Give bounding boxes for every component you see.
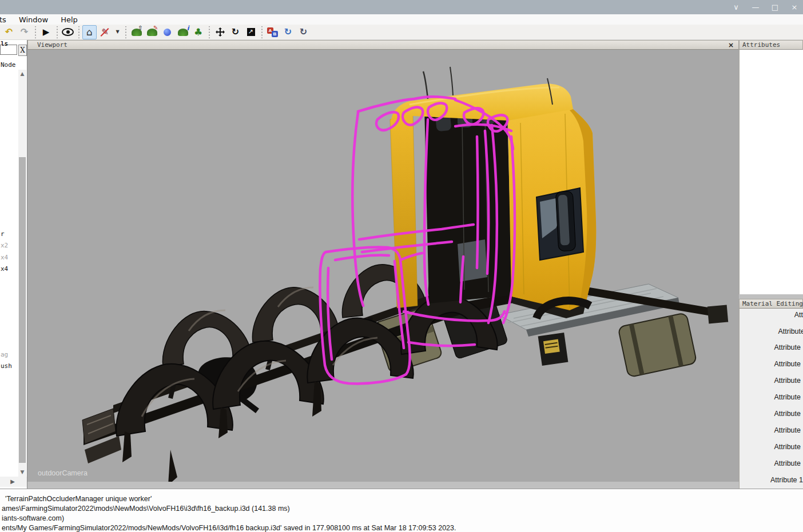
log-console: 'TerrainPatchOccluderManager unique work… [0, 489, 803, 532]
viewport-3d-canvas[interactable]: outdoorCamera [27, 50, 739, 482]
fuel-tank-right [618, 313, 697, 377]
chevron-down-icon[interactable]: ∨ [731, 0, 741, 14]
toolbar-separator [77, 26, 81, 38]
reload-icon: ↻ [284, 27, 292, 37]
tree-item[interactable]: ls [1, 40, 8, 47]
window-controls: ∨ — □ × [731, 0, 800, 14]
material-attribute-label: Attribute [774, 410, 801, 419]
window-titlebar: ∨ — □ × [0, 0, 803, 14]
scrollbar-thumb[interactable] [19, 157, 26, 463]
abc-blocks-icon: A B [267, 27, 278, 37]
move-arrows-icon [216, 27, 225, 37]
paint-mode-off-button[interactable]: ✎ [98, 25, 112, 39]
material-attribute-label: Attribute [778, 327, 803, 337]
terrain-sculpt-icon: ⇧ [132, 29, 142, 36]
giants-editor-window: ∨ — □ × ts Window Help ↶ ↷ ▶ ⌂ ✎ ▼ ⇧ ✎ i… [0, 0, 803, 532]
block-b: B [272, 31, 278, 37]
viewport-titlebar: Viewport × [27, 40, 739, 50]
tree-item[interactable]: ag [1, 351, 8, 358]
filter-clear-button[interactable]: X [18, 45, 27, 56]
viewport-close-button[interactable]: × [728, 41, 734, 49]
tree-item[interactable]: r [1, 230, 5, 238]
dropdown-caret-icon: ▼ [116, 30, 119, 34]
text-blocks-button[interactable]: A B [265, 25, 280, 39]
tree-icon: ♣ [194, 27, 202, 37]
rotate-button[interactable]: ↻ [228, 25, 243, 39]
viewport-title: Viewport [28, 41, 67, 49]
maximize-button[interactable]: □ [770, 0, 780, 14]
attributes-panel-header: Attributes [739, 40, 803, 50]
tree-item[interactable]: x4 [1, 254, 8, 261]
menubar: ts Window Help [0, 14, 803, 25]
material-attribute-label: Att [794, 311, 803, 320]
log-line: ents/My Games/FarmingSimulator2022/mods/… [2, 523, 803, 532]
attributes-panel-body [739, 50, 803, 294]
scenegraph-root-label[interactable]: Node [1, 61, 16, 69]
log-line: iants-software.com) [2, 514, 803, 523]
paint-ball-icon [164, 29, 171, 36]
material-attribute-label: Attribute [774, 443, 801, 452]
rotate-icon: ↻ [232, 27, 239, 37]
home-icon: ⌂ [86, 27, 93, 37]
minimize-button[interactable]: — [750, 0, 761, 14]
translate-button[interactable] [213, 25, 227, 39]
menu-item-partial[interactable]: ts [0, 15, 13, 24]
frame-home-button[interactable]: ⌂ [82, 25, 97, 39]
material-attribute-label: Attribute [774, 377, 801, 386]
pen-overlay: ✎ [153, 25, 158, 31]
foliage-paint-button[interactable]: ♣ [191, 25, 205, 39]
material-attribute-label: Attribute 1 [770, 476, 803, 485]
up-arrow-overlay: ⇧ [138, 25, 142, 31]
terrain-smooth-icon: ✎ [147, 29, 157, 36]
terrain-info-button[interactable]: i [176, 25, 190, 39]
redo-button[interactable]: ↷ [17, 25, 31, 39]
paint-mode-dropdown[interactable]: ▼ [113, 25, 122, 39]
terrain-info-icon: i [178, 29, 188, 36]
material-attribute-label: Attribute [774, 360, 801, 369]
reload-i3d-button[interactable]: ↻ [281, 25, 295, 39]
log-line: ames\FarmingSimulator2022\mods\NewMods\V… [2, 504, 803, 514]
menu-item-window[interactable]: Window [13, 15, 54, 24]
camera-label: outdoorCamera [38, 469, 88, 477]
toolbar-separator [260, 26, 264, 38]
undo-button[interactable]: ↶ [2, 25, 16, 39]
play-button[interactable]: ▶ [39, 25, 53, 39]
vertical-scrollbar[interactable]: ▲ ▼ [18, 70, 26, 477]
reload-settings-icon: ↻ [300, 27, 307, 37]
log-line: 'TerrainPatchOccluderManager unique work… [2, 494, 803, 504]
toolbar-separator [207, 26, 211, 38]
scroll-down-icon[interactable]: ▼ [18, 468, 26, 477]
toolbar-separator [33, 26, 37, 38]
scroll-right-icon[interactable]: ▶ [8, 477, 17, 486]
toolbar-separator [55, 26, 59, 38]
cab-step-plate [538, 333, 569, 366]
tree-item[interactable]: ush [1, 362, 12, 370]
truck-scene [27, 50, 739, 482]
tree-item[interactable]: x4 [1, 265, 8, 273]
close-button[interactable]: × [789, 0, 800, 14]
menu-item-help[interactable]: Help [54, 15, 84, 24]
scale-button[interactable] [244, 25, 258, 39]
play-icon: ▶ [43, 28, 50, 37]
material-attribute-label: Attribute [774, 459, 801, 469]
show-hide-button[interactable] [61, 25, 75, 39]
terrain-smooth-button[interactable]: ✎ [145, 25, 159, 39]
terrain-paint-button[interactable] [160, 25, 174, 39]
scale-icon [247, 28, 255, 36]
horizontal-scrollbar[interactable]: ▶ [0, 477, 27, 487]
reload-shaders-button[interactable]: ↻ [296, 25, 311, 39]
material-editing-title: Material Editing [740, 300, 803, 307]
side-mirror [555, 191, 575, 251]
redo-icon: ↷ [21, 27, 28, 37]
terrain-sculpt-button[interactable]: ⇧ [129, 25, 144, 39]
material-editing-header: Material Editing [739, 299, 803, 309]
toolbar-separator [124, 26, 128, 38]
material-editing-body: Att Attribute Attribute Attribute Attrib… [739, 309, 803, 489]
material-attribute-label: Attribute [774, 426, 801, 435]
toolbar: ↶ ↷ ▶ ⌂ ✎ ▼ ⇧ ✎ i ♣ ↻ A B ↻ ↻ [0, 25, 803, 40]
viewport-panel: Viewport × [27, 40, 739, 482]
info-overlay: i [187, 25, 189, 32]
scenegraph-panel: X Node r x2 x4 x4 ag ush ls ls ▲ ▼ ▶ [0, 40, 27, 489]
scroll-up-icon[interactable]: ▲ [18, 70, 26, 78]
tree-item[interactable]: x2 [1, 242, 8, 249]
